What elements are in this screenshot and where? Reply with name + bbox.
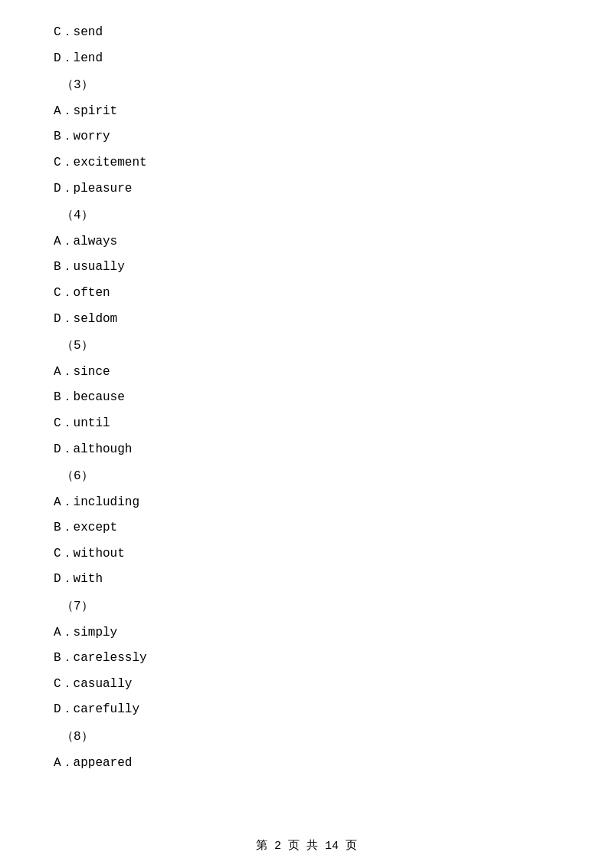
answer-option: D．lend [54,49,559,69]
answer-option: D．carefully [54,700,559,720]
main-content: C．sendD．lend（3）A．spiritB．worryC．exciteme… [0,0,613,825]
answer-option: C．send [54,23,559,43]
answer-option: B．except [54,518,559,538]
page-footer: 第 2 页 共 14 页 [0,838,613,853]
answer-option: A．always [54,232,559,252]
answer-option: C．until [54,414,559,434]
question-number: （3） [54,76,559,96]
answer-option: D．seldom [54,310,559,330]
answer-option: A．spirit [54,102,559,122]
answer-option: A．since [54,363,559,383]
question-number: （8） [54,728,559,748]
answer-option: D．with [54,570,559,590]
page-number: 第 2 页 共 14 页 [256,840,357,853]
answer-option: A．simply [54,623,559,643]
answer-option: D．although [54,440,559,460]
answer-option: C．often [54,284,559,304]
answer-option: B．carelessly [54,649,559,669]
question-number: （5） [54,337,559,357]
answer-option: A．appeared [54,754,559,774]
answer-option: C．without [54,544,559,564]
answer-option: C．excitement [54,153,559,173]
answer-option: A．including [54,493,559,513]
answer-option: B．worry [54,127,559,147]
answer-option: B．because [54,388,559,408]
question-number: （4） [54,206,559,226]
answer-option: C．casually [54,675,559,695]
answer-option: D．pleasure [54,179,559,199]
answer-option: B．usually [54,258,559,278]
question-number: （7） [54,597,559,617]
question-number: （6） [54,467,559,487]
